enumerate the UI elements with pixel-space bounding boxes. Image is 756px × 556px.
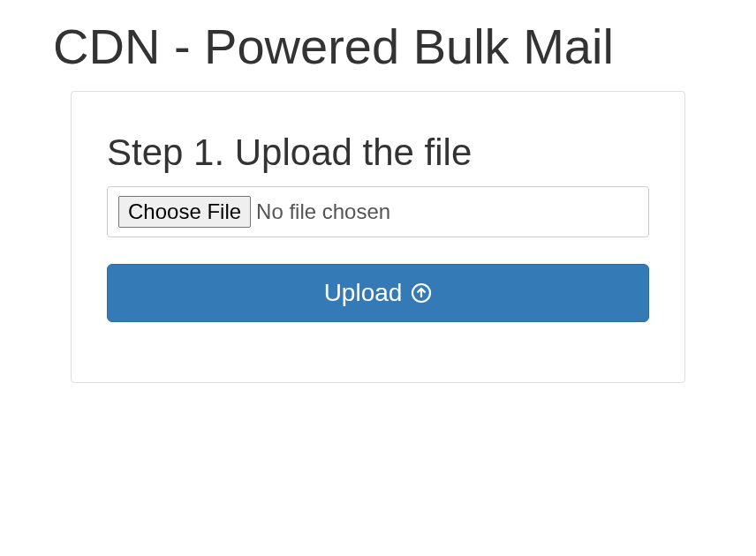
page-title: CDN - Powered Bulk Mail	[53, 18, 703, 75]
upload-button[interactable]: Upload	[107, 264, 649, 322]
file-status-text: No file chosen	[256, 199, 390, 224]
upload-arrow-icon	[411, 282, 432, 304]
choose-file-button[interactable]: Choose File	[118, 196, 251, 228]
file-input[interactable]: Choose File No file chosen	[107, 186, 649, 237]
upload-panel: Step 1. Upload the file Choose File No f…	[71, 91, 685, 383]
upload-button-label: Upload	[324, 279, 403, 307]
step-heading: Step 1. Upload the file	[107, 131, 649, 174]
